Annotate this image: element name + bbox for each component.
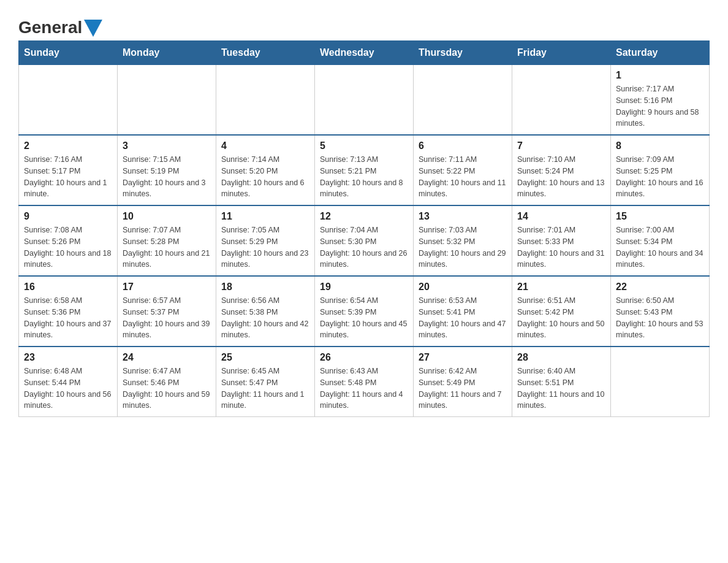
logo-text-general: General [18,19,82,36]
day-number: 8 [616,140,704,151]
day-number: 19 [320,282,408,293]
logo: General [18,18,102,34]
calendar-cell: 20Sunrise: 6:53 AM Sunset: 5:41 PM Dayli… [414,276,512,347]
day-number: 21 [517,282,605,293]
calendar-cell: 2Sunrise: 7:16 AM Sunset: 5:17 PM Daylig… [19,135,118,205]
calendar-cell: 7Sunrise: 7:10 AM Sunset: 5:24 PM Daylig… [512,135,611,205]
day-info: Sunrise: 6:45 AM Sunset: 5:47 PM Dayligh… [221,366,309,412]
day-number: 23 [24,352,112,363]
day-info: Sunrise: 7:05 AM Sunset: 5:29 PM Dayligh… [221,224,309,270]
calendar-cell: 17Sunrise: 6:57 AM Sunset: 5:37 PM Dayli… [118,276,216,347]
day-info: Sunrise: 7:03 AM Sunset: 5:32 PM Dayligh… [419,224,507,270]
day-info: Sunrise: 7:11 AM Sunset: 5:22 PM Dayligh… [419,154,507,200]
calendar-cell [315,65,414,136]
calendar-table: SundayMondayTuesdayWednesdayThursdayFrid… [18,40,710,417]
day-number: 25 [221,352,309,363]
day-number: 6 [419,140,507,151]
weekday-header-saturday: Saturday [611,41,710,65]
calendar-cell: 26Sunrise: 6:43 AM Sunset: 5:48 PM Dayli… [315,347,414,417]
day-info: Sunrise: 6:43 AM Sunset: 5:48 PM Dayligh… [320,366,408,412]
day-number: 9 [24,211,112,222]
day-info: Sunrise: 7:09 AM Sunset: 5:25 PM Dayligh… [616,154,704,200]
day-info: Sunrise: 7:04 AM Sunset: 5:30 PM Dayligh… [320,224,408,270]
day-number: 10 [123,211,211,222]
calendar-cell [611,347,710,417]
day-info: Sunrise: 7:08 AM Sunset: 5:26 PM Dayligh… [24,224,112,270]
calendar-cell: 16Sunrise: 6:58 AM Sunset: 5:36 PM Dayli… [19,276,118,347]
calendar-week-row: 16Sunrise: 6:58 AM Sunset: 5:36 PM Dayli… [19,276,710,347]
calendar-cell: 5Sunrise: 7:13 AM Sunset: 5:21 PM Daylig… [315,135,414,205]
day-number: 14 [517,211,605,222]
day-number: 26 [320,352,408,363]
day-number: 4 [221,140,309,151]
calendar-cell: 21Sunrise: 6:51 AM Sunset: 5:42 PM Dayli… [512,276,611,347]
day-number: 20 [419,282,507,293]
weekday-header-tuesday: Tuesday [216,41,315,65]
calendar-week-row: 9Sunrise: 7:08 AM Sunset: 5:26 PM Daylig… [19,205,710,276]
day-info: Sunrise: 7:14 AM Sunset: 5:20 PM Dayligh… [221,154,309,200]
day-info: Sunrise: 7:16 AM Sunset: 5:17 PM Dayligh… [24,154,112,200]
day-info: Sunrise: 7:00 AM Sunset: 5:34 PM Dayligh… [616,224,704,270]
day-number: 13 [419,211,507,222]
day-info: Sunrise: 6:40 AM Sunset: 5:51 PM Dayligh… [517,366,605,412]
day-info: Sunrise: 6:53 AM Sunset: 5:41 PM Dayligh… [419,295,507,341]
calendar-cell: 8Sunrise: 7:09 AM Sunset: 5:25 PM Daylig… [611,135,710,205]
calendar-cell: 4Sunrise: 7:14 AM Sunset: 5:20 PM Daylig… [216,135,315,205]
calendar-cell [19,65,118,136]
day-info: Sunrise: 7:10 AM Sunset: 5:24 PM Dayligh… [517,154,605,200]
day-info: Sunrise: 6:54 AM Sunset: 5:39 PM Dayligh… [320,295,408,341]
day-info: Sunrise: 6:58 AM Sunset: 5:36 PM Dayligh… [24,295,112,341]
day-info: Sunrise: 6:56 AM Sunset: 5:38 PM Dayligh… [221,295,309,341]
calendar-cell: 25Sunrise: 6:45 AM Sunset: 5:47 PM Dayli… [216,347,315,417]
calendar-cell: 24Sunrise: 6:47 AM Sunset: 5:46 PM Dayli… [118,347,216,417]
day-info: Sunrise: 6:51 AM Sunset: 5:42 PM Dayligh… [517,295,605,341]
calendar-cell: 19Sunrise: 6:54 AM Sunset: 5:39 PM Dayli… [315,276,414,347]
day-info: Sunrise: 6:47 AM Sunset: 5:46 PM Dayligh… [123,366,211,412]
day-number: 18 [221,282,309,293]
calendar-cell: 15Sunrise: 7:00 AM Sunset: 5:34 PM Dayli… [611,205,710,276]
calendar-cell [118,65,216,136]
day-number: 17 [123,282,211,293]
day-info: Sunrise: 6:50 AM Sunset: 5:43 PM Dayligh… [616,295,704,341]
day-number: 24 [123,352,211,363]
day-number: 1 [616,70,704,81]
calendar-week-row: 23Sunrise: 6:48 AM Sunset: 5:44 PM Dayli… [19,347,710,417]
svg-marker-0 [84,20,102,37]
weekday-header-monday: Monday [118,41,216,65]
weekday-header-wednesday: Wednesday [315,41,414,65]
day-info: Sunrise: 7:17 AM Sunset: 5:16 PM Dayligh… [616,83,704,129]
day-info: Sunrise: 6:57 AM Sunset: 5:37 PM Dayligh… [123,295,211,341]
day-number: 15 [616,211,704,222]
day-number: 28 [517,352,605,363]
day-number: 27 [419,352,507,363]
calendar-week-row: 1Sunrise: 7:17 AM Sunset: 5:16 PM Daylig… [19,65,710,136]
logo-icon [84,20,102,37]
calendar-cell: 28Sunrise: 6:40 AM Sunset: 5:51 PM Dayli… [512,347,611,417]
calendar-header-row: SundayMondayTuesdayWednesdayThursdayFrid… [19,41,710,65]
day-number: 7 [517,140,605,151]
page-header: General [18,18,710,34]
day-info: Sunrise: 7:01 AM Sunset: 5:33 PM Dayligh… [517,224,605,270]
day-info: Sunrise: 6:48 AM Sunset: 5:44 PM Dayligh… [24,366,112,412]
calendar-cell: 12Sunrise: 7:04 AM Sunset: 5:30 PM Dayli… [315,205,414,276]
day-number: 16 [24,282,112,293]
calendar-cell: 22Sunrise: 6:50 AM Sunset: 5:43 PM Dayli… [611,276,710,347]
day-info: Sunrise: 6:42 AM Sunset: 5:49 PM Dayligh… [419,366,507,412]
calendar-cell: 13Sunrise: 7:03 AM Sunset: 5:32 PM Dayli… [414,205,512,276]
calendar-cell [512,65,611,136]
day-number: 12 [320,211,408,222]
calendar-cell: 10Sunrise: 7:07 AM Sunset: 5:28 PM Dayli… [118,205,216,276]
day-number: 2 [24,140,112,151]
weekday-header-friday: Friday [512,41,611,65]
day-number: 5 [320,140,408,151]
weekday-header-thursday: Thursday [414,41,512,65]
calendar-cell: 6Sunrise: 7:11 AM Sunset: 5:22 PM Daylig… [414,135,512,205]
calendar-cell: 11Sunrise: 7:05 AM Sunset: 5:29 PM Dayli… [216,205,315,276]
calendar-cell: 3Sunrise: 7:15 AM Sunset: 5:19 PM Daylig… [118,135,216,205]
day-number: 11 [221,211,309,222]
calendar-cell: 14Sunrise: 7:01 AM Sunset: 5:33 PM Dayli… [512,205,611,276]
calendar-cell: 23Sunrise: 6:48 AM Sunset: 5:44 PM Dayli… [19,347,118,417]
calendar-cell: 27Sunrise: 6:42 AM Sunset: 5:49 PM Dayli… [414,347,512,417]
calendar-cell: 9Sunrise: 7:08 AM Sunset: 5:26 PM Daylig… [19,205,118,276]
calendar-week-row: 2Sunrise: 7:16 AM Sunset: 5:17 PM Daylig… [19,135,710,205]
